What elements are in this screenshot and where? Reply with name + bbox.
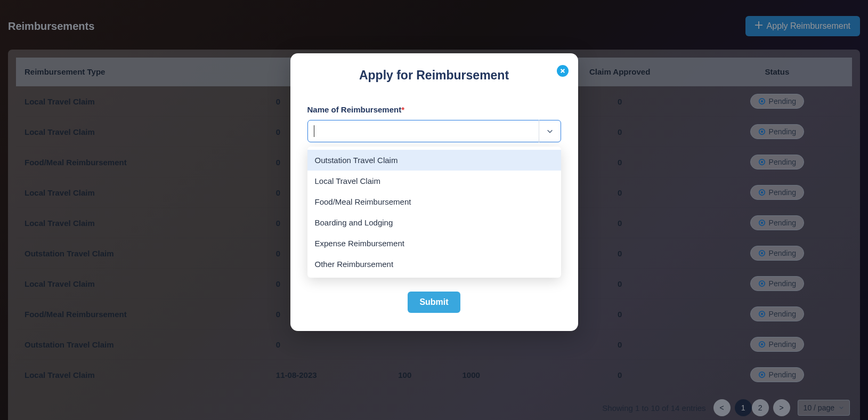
dropdown-option[interactable]: Outstation Travel Claim — [307, 150, 561, 171]
text-cursor — [314, 125, 314, 137]
reimbursement-name-label: Name of Reimbursement* — [307, 105, 405, 114]
modal-title: Apply for Reimbursement — [307, 68, 561, 83]
modal-close-button[interactable] — [557, 65, 569, 77]
close-icon — [560, 67, 565, 75]
reimbursement-name-dropdown[interactable]: Outstation Travel ClaimLocal Travel Clai… — [307, 147, 561, 278]
dropdown-option[interactable]: Food/Meal Reimbursement — [307, 191, 561, 212]
submit-button[interactable]: Submit — [408, 292, 460, 313]
dropdown-option[interactable]: Other Reimbursement — [307, 254, 561, 274]
reimbursement-name-input[interactable] — [307, 120, 561, 142]
dropdown-option[interactable]: Boarding and Lodging — [307, 212, 561, 233]
apply-reimbursement-modal: Apply for Reimbursement Name of Reimburs… — [290, 53, 578, 331]
field-label-text: Name of Reimbursement — [307, 105, 402, 114]
dropdown-option[interactable]: Local Travel Claim — [307, 171, 561, 191]
dropdown-option[interactable]: Expense Reimbursement — [307, 233, 561, 254]
required-mark: * — [401, 105, 404, 114]
